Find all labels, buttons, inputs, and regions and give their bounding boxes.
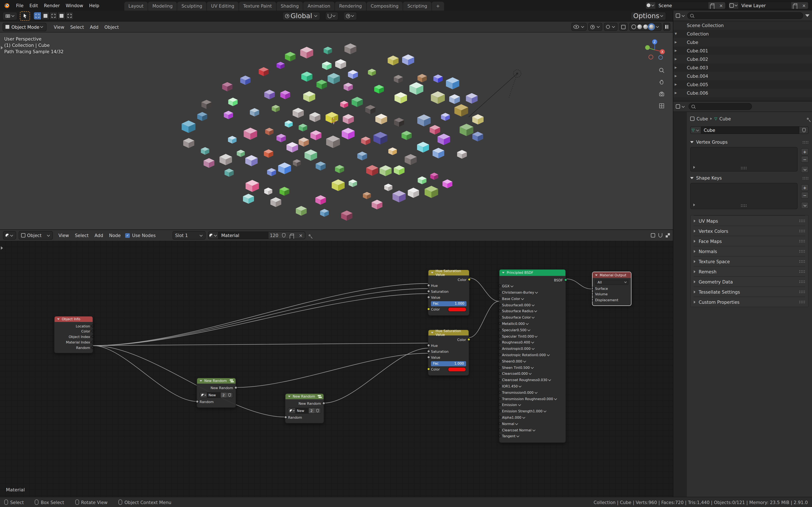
input-socket[interactable] — [196, 400, 199, 403]
output-socket[interactable] — [91, 335, 94, 338]
node-output-row[interactable]: Material Index — [57, 340, 90, 345]
node-magnet-icon[interactable] — [658, 233, 662, 237]
collapsed-panel-header[interactable]: Remesh — [694, 266, 805, 276]
workspace-tab[interactable]: Scripting — [403, 2, 432, 11]
object-type-icon[interactable] — [678, 31, 685, 37]
hsv-input-row[interactable]: Saturation — [431, 349, 466, 354]
input-socket[interactable] — [498, 416, 501, 419]
properties-search-input[interactable] — [689, 103, 752, 110]
node-group-header[interactable]: New Random — [197, 378, 236, 384]
shader-menu-item[interactable]: Add — [92, 231, 106, 239]
node-material-output[interactable]: Material Output All SurfaceVolumeDisplac… — [592, 272, 631, 306]
node-canvas[interactable]: Object Info Location Color — [0, 241, 673, 497]
view-layer-copy-button[interactable] — [791, 2, 800, 9]
vertex-groups-list[interactable] — [690, 147, 798, 172]
outliner-row[interactable]: ▶ Cube.002 ▽ ✓ — [673, 55, 812, 63]
options-dropdown[interactable]: Options — [631, 12, 666, 20]
input-socket[interactable] — [427, 284, 430, 287]
color-swatch[interactable] — [448, 368, 466, 372]
use-nodes-toggle[interactable]: ✓ Use Nodes — [125, 233, 156, 238]
outliner-row[interactable]: ▶ Cube.003 ▽ ✓ — [673, 63, 812, 72]
select-mode-set[interactable] — [34, 12, 42, 20]
view-layer-name[interactable]: View Layer — [739, 2, 791, 9]
hsv-input-row[interactable]: Saturation — [431, 289, 466, 294]
shape-key-remove-button[interactable]: − — [801, 192, 809, 199]
node-new-random-2[interactable]: New Random New Random New 2 Random — [285, 393, 324, 424]
menu-item[interactable]: Help — [86, 1, 102, 9]
shader-menu-item[interactable]: View — [55, 231, 72, 239]
object-type-icon[interactable] — [678, 81, 685, 88]
breadcrumb-data[interactable]: Cube — [719, 116, 731, 121]
principled-row[interactable]: Base Color — [502, 296, 563, 301]
principled-row[interactable]: Roughness 0.400 — [502, 340, 563, 345]
active-tool-select-box[interactable] — [20, 11, 30, 20]
outliner-row[interactable]: ▶ Cube.006 ▽ ✓ — [673, 89, 812, 97]
hsv-input-row[interactable]: Hue — [431, 343, 466, 348]
input-socket[interactable] — [427, 344, 430, 347]
workspace-tab[interactable]: UV Editing — [207, 2, 239, 11]
hsv-input-row[interactable]: Value — [431, 295, 466, 300]
input-socket[interactable] — [591, 287, 594, 290]
output-target-dropdown[interactable]: All — [595, 280, 628, 285]
node-hsv-2[interactable]: Hue Saturation Value Color HueSaturation… — [428, 330, 469, 376]
node-output-row[interactable]: Object Index — [57, 334, 90, 339]
principled-row[interactable]: Anisotropic Rotation 0.000 — [502, 352, 563, 358]
principled-row[interactable]: Clearcoat 0.000 — [502, 372, 563, 377]
workspace-tab[interactable]: Modeling — [148, 2, 177, 11]
group-output-row[interactable]: New Random — [288, 401, 321, 406]
node-principled-header[interactable]: Principled BSDF — [500, 270, 565, 276]
properties-tab[interactable] — [673, 125, 687, 135]
material-fake-user-button[interactable] — [280, 232, 288, 239]
outliner-item-label[interactable]: Cube.001 — [687, 48, 708, 53]
snap-node-icon[interactable] — [651, 233, 655, 237]
properties-tab[interactable] — [673, 156, 687, 166]
shading-wireframe-button[interactable] — [631, 24, 636, 29]
hsv-fac-slider[interactable]: Fac1.000 — [431, 301, 466, 306]
pin-icon[interactable] — [807, 118, 809, 120]
select-mode-extend[interactable] — [42, 12, 49, 20]
properties-tab[interactable] — [673, 227, 687, 237]
node-output-row[interactable]: Random — [57, 345, 90, 350]
material-copy-button[interactable] — [288, 232, 297, 239]
group-browse-icon[interactable] — [200, 393, 207, 398]
workspace-tab[interactable]: Texture Paint — [239, 2, 276, 11]
outliner-item-label[interactable]: Cube — [687, 40, 698, 45]
mesh-name-field[interactable]: Cube — [701, 126, 799, 134]
panel-vertex-groups-header[interactable]: Vertex Groups — [690, 138, 809, 146]
node-group-header[interactable]: New Random — [286, 394, 323, 399]
properties-tab[interactable] — [673, 135, 687, 146]
properties-tab[interactable] — [673, 186, 687, 196]
output-socket[interactable] — [91, 346, 94, 349]
group-fake-user[interactable] — [226, 393, 233, 398]
input-socket[interactable] — [591, 298, 594, 301]
workspace-tab[interactable]: Rendering — [335, 2, 366, 11]
outliner-search-input[interactable] — [687, 12, 803, 19]
group-fake-user[interactable] — [314, 408, 320, 413]
scene-name[interactable]: Scene — [656, 2, 708, 9]
node-hsv-header[interactable]: Hue Saturation Value — [428, 330, 469, 335]
object-type-icon[interactable] — [678, 48, 685, 54]
mode-dropdown[interactable]: Object Mode — [3, 22, 47, 31]
outliner-item-label[interactable]: Cube.003 — [687, 65, 708, 70]
mesh-browse-button[interactable]: ▽ — [690, 126, 701, 134]
orthographic-grid-icon[interactable] — [658, 103, 665, 109]
fake-user-button[interactable] — [799, 126, 809, 134]
shape-key-add-button[interactable]: + — [801, 184, 809, 191]
outliner-row[interactable]: ▼ Collection ▽ ✓ — [673, 30, 812, 38]
output-input-row[interactable]: Displacement — [595, 297, 628, 302]
principled-row[interactable]: Christensen-Burley — [502, 290, 563, 295]
hsv-color-input[interactable]: Color — [431, 307, 466, 312]
outliner-row[interactable]: ▶ Cube ▽ ✓ — [673, 38, 812, 47]
panel-grip[interactable] — [799, 229, 805, 232]
group-input-row[interactable]: Random — [200, 399, 233, 404]
properties-tab[interactable] — [673, 176, 687, 186]
workspace-tab[interactable]: Shading — [276, 2, 303, 11]
viewport-sidebar-toggle[interactable] — [1, 46, 3, 49]
3d-scene[interactable] — [0, 33, 673, 229]
outliner-item-label[interactable]: Cube.005 — [687, 82, 708, 87]
hsv-output-row[interactable]: Color — [431, 337, 466, 342]
hsv-input-row[interactable]: Value — [431, 355, 466, 360]
outliner-row[interactable]: ▶ Cube.005 ▽ ✓ — [673, 80, 812, 89]
collapsed-panel-header[interactable]: Vertex Colors — [694, 226, 805, 236]
material-name[interactable]: Material — [219, 232, 268, 239]
